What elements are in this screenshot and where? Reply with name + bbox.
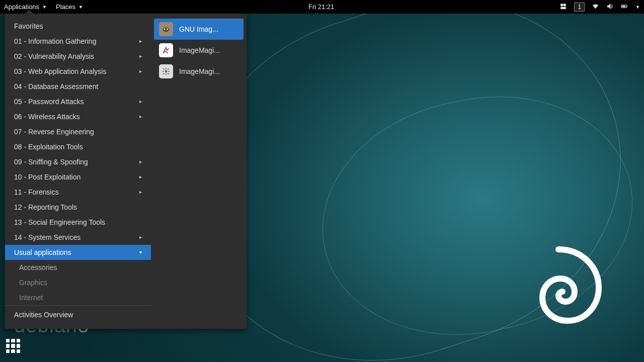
menu-category-label: 09 - Sniffing & Spoofing [14, 157, 88, 166]
menu-arrow [25, 10, 33, 14]
places-menu-button[interactable]: Places ▼ [56, 3, 83, 11]
menu-category-item[interactable]: 06 - Wireless Attacks▸ [5, 109, 151, 124]
imagemagick-settings-icon [159, 64, 173, 78]
menu-category-item[interactable]: 02 - Vulnerability Analysis▸ [5, 49, 151, 64]
menu-category-item[interactable]: 07 - Reverse Engineering [5, 124, 151, 139]
menu-category-item[interactable]: Accessories [5, 260, 151, 275]
chevron-right-icon: ▸ [139, 52, 142, 61]
app-launcher-label: GNU Imag... [179, 25, 218, 33]
app-launcher-item[interactable]: ImageMagi... [154, 40, 244, 61]
chevron-right-icon: ▸ [139, 112, 142, 121]
menu-category-item[interactable]: 11 - Forensics▸ [5, 185, 151, 200]
workspace-indicator[interactable]: 1 [574, 3, 585, 12]
menu-category-label: 04 - Database Assessment [14, 82, 98, 91]
menu-category-item[interactable]: 03 - Web Application Analysis▸ [5, 64, 151, 79]
chevron-right-icon: ▸ [139, 233, 142, 242]
svg-rect-5 [622, 6, 625, 7]
app-launcher-label: ImageMagi... [179, 46, 220, 54]
menu-category-label: 14 - System Services [14, 233, 80, 242]
imagemagick-display-icon [159, 43, 173, 57]
menu-category-label: Graphics [19, 278, 47, 287]
menu-apps-column: GNU Imag...ImageMagi...ImageMagi... [151, 14, 247, 329]
svg-line-16 [163, 73, 164, 74]
svg-point-6 [163, 27, 170, 32]
battery-icon[interactable] [621, 3, 628, 12]
chevron-right-icon: ▸ [139, 172, 142, 182]
menu-category-item[interactable]: Favorites [5, 19, 151, 34]
network-wifi-icon[interactable] [592, 3, 599, 12]
chevron-right-icon: ▸ [139, 157, 142, 166]
activities-overview-item[interactable]: Activities Overview [5, 305, 151, 324]
svg-point-9 [165, 70, 168, 73]
menu-category-label: 07 - Reverse Engineering [14, 127, 94, 136]
app-launcher-item[interactable]: ImageMagi... [154, 61, 244, 82]
show-apps-button[interactable] [6, 339, 20, 353]
menu-category-label: 12 - Reporting Tools [14, 203, 77, 212]
volume-icon[interactable] [606, 3, 614, 12]
menu-category-label: Favorites [14, 22, 43, 31]
svg-rect-4 [627, 6, 627, 7]
applications-label: Applications [4, 3, 39, 11]
app-launcher-label: ImageMagi... [179, 67, 220, 75]
menu-category-item[interactable]: Graphics [5, 275, 151, 290]
svg-point-1 [564, 3, 567, 6]
menu-categories-list[interactable]: Favorites01 - Information Gathering▸02 -… [5, 19, 151, 305]
clock[interactable]: Fri 21:21 [83, 3, 559, 11]
menu-category-label: 13 - Social Engineering Tools [14, 218, 105, 227]
menu-category-item[interactable]: 08 - Exploitation Tools [5, 139, 151, 154]
debian-swirl-logo [508, 241, 609, 342]
menu-category-item[interactable]: 01 - Information Gathering▸ [5, 34, 151, 49]
chevron-right-icon: ▸ [139, 67, 142, 76]
menu-category-label: 10 - Post Exploitation [14, 172, 80, 182]
menu-category-item[interactable]: 09 - Sniffing & Spoofing▸ [5, 154, 151, 169]
chevron-right-icon: ▸ [139, 97, 142, 106]
menu-category-label: Accessories [19, 263, 57, 272]
menu-category-item[interactable]: Internet [5, 290, 151, 305]
menu-category-label: 03 - Web Application Analysis [14, 67, 106, 76]
chevron-down-icon: ▼ [42, 5, 47, 10]
menu-category-label: 05 - Password Attacks [14, 97, 84, 106]
menu-category-label: 06 - Wireless Attacks [14, 112, 80, 121]
chevron-down-icon: ▾ [139, 248, 142, 257]
chevron-right-icon: ▸ [139, 37, 142, 46]
chevron-right-icon: ▸ [139, 188, 142, 197]
svg-line-17 [168, 68, 169, 69]
menu-category-item[interactable]: 12 - Reporting Tools [5, 200, 151, 215]
menu-category-label: 01 - Information Gathering [14, 37, 96, 46]
svg-rect-2 [560, 7, 566, 9]
menu-category-item[interactable]: 05 - Password Attacks▸ [5, 94, 151, 109]
menu-category-item[interactable]: Usual applications▾ [5, 245, 151, 260]
accessibility-icon[interactable] [559, 3, 567, 12]
menu-category-label: Usual applications [14, 248, 71, 257]
svg-line-15 [168, 73, 169, 74]
menu-category-item[interactable]: 04 - Database Assessment [5, 79, 151, 94]
menu-category-item[interactable]: 14 - System Services▸ [5, 230, 151, 245]
top-bar: Applications ▼ Places ▼ Fri 21:21 1 ▼ [0, 0, 644, 14]
svg-line-14 [163, 68, 164, 69]
menu-categories-column: Favorites01 - Information Gathering▸02 -… [5, 14, 151, 329]
svg-point-8 [167, 29, 168, 30]
system-menu-chevron-icon[interactable]: ▼ [635, 5, 640, 10]
svg-point-7 [164, 29, 166, 30]
menu-category-item[interactable]: 13 - Social Engineering Tools [5, 215, 151, 230]
menu-category-label: 08 - Exploitation Tools [14, 142, 83, 151]
gimp-icon [159, 22, 173, 36]
menu-category-label: 02 - Vulnerability Analysis [14, 52, 94, 61]
applications-menu-panel: Favorites01 - Information Gathering▸02 -… [5, 14, 247, 329]
svg-point-0 [560, 3, 564, 6]
app-launcher-item[interactable]: GNU Imag... [154, 19, 244, 40]
chevron-down-icon: ▼ [78, 5, 83, 10]
menu-category-item[interactable]: 10 - Post Exploitation▸ [5, 169, 151, 185]
menu-category-label: 11 - Forensics [14, 188, 59, 197]
menu-category-label: Internet [19, 293, 43, 302]
places-label: Places [56, 3, 75, 11]
